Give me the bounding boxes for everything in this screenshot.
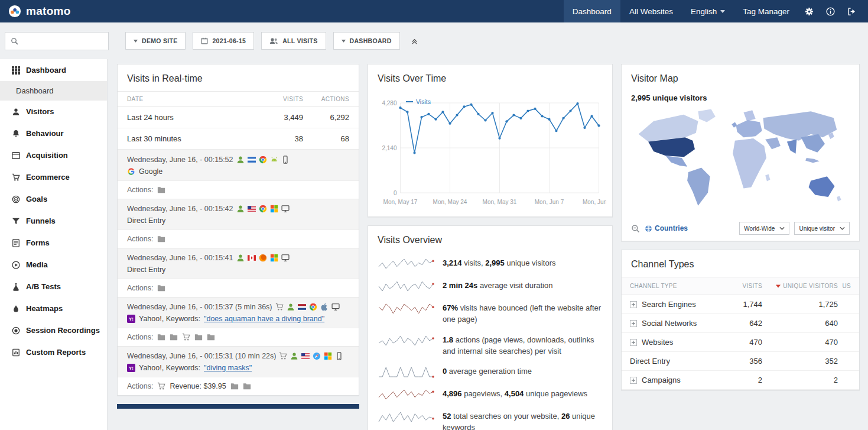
settings-button[interactable] (798, 0, 820, 22)
realtime-visits: Wednesday, June 16, - 00:15:52GoogleActi… (118, 150, 359, 395)
sidebar-item-behaviour[interactable]: Behaviour (0, 122, 107, 144)
overview-metric-row: 4,896 pageviews, 4,504 unique pageviews (368, 383, 612, 406)
sidebar-item-a-b-tests[interactable]: A/B Tests (0, 276, 107, 298)
sparkline[interactable] (378, 257, 434, 271)
svg-text:Mon, Jun 14: Mon, Jun 14 (583, 199, 606, 205)
realtime-summary-row: Last 30 minutes3868 (118, 128, 359, 150)
channel-unique-visitors: 640 (762, 319, 838, 328)
channel-name-cell: Websites (630, 338, 711, 347)
visit-time: Wednesday, June 16, - 00:15:37 (5 min 36… (127, 303, 272, 311)
referrer-text: Direct Entry (127, 266, 165, 274)
referrer-text: Yahoo!, Keywords: (139, 364, 200, 372)
map-australia (809, 176, 835, 197)
channel-label[interactable]: Direct Entry (630, 357, 670, 366)
nav-item-dashboard[interactable]: Dashboard (564, 0, 620, 22)
overview-rows: 3,214 visits, 2,995 unique visitors2 min… (368, 253, 612, 430)
map-madagascar (765, 174, 770, 182)
flag-ni-icon (248, 156, 256, 164)
sparkline[interactable] (378, 302, 434, 316)
folder-icon (157, 284, 165, 292)
sidebar-item-heatmaps[interactable]: Heatmaps (0, 298, 107, 319)
world-map[interactable] (631, 106, 850, 217)
collapse-selector-button[interactable] (407, 32, 422, 50)
overview-metric-row: 3,214 visits, 2,995 unique visitors (368, 253, 612, 275)
expand-plus-icon[interactable] (630, 301, 637, 308)
sidebar-item-visitors[interactable]: Visitors (0, 101, 107, 122)
visit-entry: Wednesday, June 16, - 00:15:52Google (118, 150, 359, 180)
users-icon (269, 37, 278, 44)
map-middle-east (765, 137, 781, 149)
svg-text:Mon, Jun 7: Mon, Jun 7 (535, 199, 564, 205)
help-button[interactable] (820, 0, 841, 22)
visits-over-time-chart[interactable]: 02,1404,280Mon, May 17Mon, May 24Mon, Ma… (374, 92, 606, 212)
sidebar-item-ecommerce[interactable]: Ecommerce (0, 166, 107, 188)
chart-legend: Visits (406, 98, 431, 105)
revenue-text: Revenue: $39.95 (170, 382, 226, 390)
channel-label[interactable]: Websites (642, 338, 673, 347)
visitor-map-widget: Visitor Map 2,995 unique visitors (621, 64, 860, 241)
metric-label: average visit duration (477, 281, 552, 290)
metric-label: average generation time (447, 367, 532, 376)
toolbar-dashboard-button[interactable]: DASHBOARD (333, 32, 400, 50)
sidebar-item-dashboard-sub[interactable]: Dashboard (0, 81, 107, 101)
matomo-brand[interactable]: matomo (8, 5, 71, 18)
sparkline[interactable] (378, 387, 434, 402)
grid-icon (12, 66, 20, 75)
keyword-link[interactable]: "diving masks" (204, 364, 252, 372)
countries-link[interactable]: Countries (645, 224, 688, 232)
channel-visits: 470 (711, 338, 762, 347)
expand-plus-icon[interactable] (630, 377, 637, 384)
signout-button[interactable] (841, 0, 862, 22)
channel-label[interactable]: Campaigns (642, 376, 681, 384)
channel-unique-visitors: 352 (762, 357, 838, 366)
drop-icon (12, 305, 20, 313)
metric-label: unique pageviews (524, 389, 587, 398)
metric-select[interactable]: Unique visitor (794, 222, 850, 235)
col-unique-visitors[interactable]: UNIQUE VISITORS (762, 283, 838, 289)
sparkline[interactable] (378, 410, 434, 424)
sparkline[interactable] (378, 334, 434, 348)
calendar-icon (201, 37, 208, 44)
toolbar-2021-06-15-button[interactable]: 2021-06-15 (193, 32, 254, 50)
expand-plus-icon[interactable] (630, 339, 637, 346)
legend-label: Visits (416, 98, 431, 105)
region-select[interactable]: World-Wide (739, 222, 789, 235)
chrome-icon (309, 303, 317, 311)
toolbar-demo-site-button[interactable]: DEMO SITE (125, 32, 186, 50)
visit-referrer: Google (127, 167, 349, 176)
monitor-icon (281, 254, 290, 262)
sidebar-item-acquisition[interactable]: Acquisition (0, 144, 107, 166)
channel-label[interactable]: Search Engines (642, 300, 696, 309)
col-actions: ACTIONS (303, 96, 349, 102)
col-channel-visits[interactable]: VISITS (711, 283, 762, 289)
channel-row-direct-entry: Direct Entry356352 (622, 352, 859, 371)
sidebar-item-session-recordings[interactable]: Session Recordings (0, 319, 107, 341)
visit-time: Wednesday, June 16, - 00:15:42 (127, 205, 233, 213)
zoom-out-icon[interactable] (631, 224, 640, 233)
windows-icon (270, 205, 278, 213)
col-users-clipped[interactable]: US (838, 283, 851, 289)
sidebar-item-custom-reports[interactable]: Custom Reports (0, 341, 107, 363)
sparkline[interactable] (378, 365, 434, 379)
expand-plus-icon[interactable] (630, 320, 637, 327)
widget-title-channel-types: Channel Types (622, 250, 859, 277)
chevron-down-icon (779, 227, 785, 230)
sidebar-item-media[interactable]: Media (0, 254, 107, 276)
user-icon (12, 108, 20, 116)
info-icon (826, 7, 835, 16)
sidebar-item-funnels[interactable]: Funnels (0, 210, 107, 232)
nav-item-tag-manager[interactable]: Tag Manager (734, 0, 798, 22)
sidebar-item-dashboard[interactable]: Dashboard (0, 59, 107, 81)
sparkline[interactable] (378, 279, 434, 293)
search-icon (11, 37, 18, 45)
keyword-link[interactable]: "does aquaman have a diving brand" (204, 315, 324, 323)
sidebar-item-forms[interactable]: Forms (0, 232, 107, 254)
channel-label[interactable]: Social Networks (642, 319, 697, 328)
nav-item-english[interactable]: English (682, 0, 734, 22)
visit-meta: Wednesday, June 16, - 00:15:52 (127, 156, 349, 164)
search-input[interactable] (22, 37, 103, 45)
col-channel-type[interactable]: CHANNEL TYPE (630, 283, 711, 289)
nav-item-all-websites[interactable]: All Websites (620, 0, 682, 22)
toolbar-all-visits-button[interactable]: ALL VISITS (261, 32, 326, 50)
sidebar-item-goals[interactable]: Goals (0, 188, 107, 210)
